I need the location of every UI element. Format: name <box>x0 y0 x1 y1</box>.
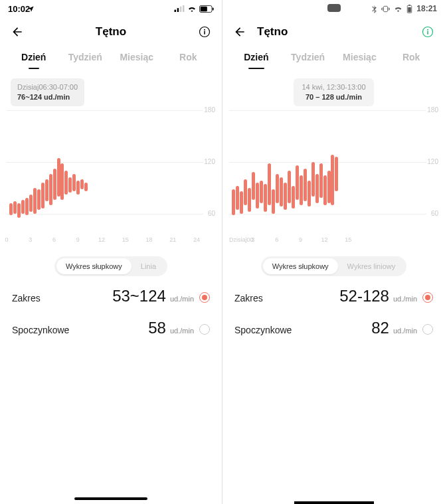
chart-bar <box>13 201 17 213</box>
stat-rest-row[interactable]: Spoczynkowe 58 ud./min <box>0 308 222 340</box>
chart-bar <box>60 163 64 200</box>
chart-bar <box>260 181 263 203</box>
stat-range-row[interactable]: Zakres 52-128 ud./min <box>222 276 445 308</box>
toggle-bar[interactable]: Wykres słupkowy <box>263 258 338 274</box>
stat-range-value: 52-128 <box>339 287 389 305</box>
svg-rect-9 <box>204 31 205 35</box>
status-bar: 10:02 <box>0 0 222 17</box>
chart-bar <box>240 191 243 214</box>
chart-bar <box>331 155 334 205</box>
chart-bar <box>41 183 44 209</box>
chart-bar <box>37 189 41 210</box>
tooltip-value: 76~124 ud./min <box>17 92 78 102</box>
heart-rate-chart[interactable]: 6012018003691215182124 <box>7 110 215 250</box>
chart-bar <box>323 175 327 205</box>
tab-week[interactable]: Tydzień <box>60 48 112 66</box>
svg-rect-5 <box>201 6 207 11</box>
stat-range-row[interactable]: Zakres 53~124 ud./min <box>0 276 222 308</box>
stat-range-value: 53~124 <box>112 287 166 305</box>
chart-bar <box>312 162 315 197</box>
tab-year[interactable]: Rok <box>385 48 437 66</box>
toggle-line[interactable]: Linia <box>132 258 165 274</box>
range-tabs: Dzień Tydzień Miesiąc Rok <box>0 42 222 66</box>
stat-range-unit: ud./min <box>393 295 417 303</box>
svg-point-15 <box>427 29 428 31</box>
tab-month[interactable]: Miesiąc <box>334 48 386 66</box>
bluetooth-icon <box>371 5 377 13</box>
toggle-bar[interactable]: Wykres słupkowy <box>56 258 132 274</box>
info-button[interactable] <box>197 24 213 40</box>
chart-bar <box>300 175 303 205</box>
chart-bar <box>33 188 37 214</box>
status-time: 10:02 <box>8 4 30 14</box>
location-icon <box>27 5 35 13</box>
heart-rate-chart[interactable]: 60120180Dzisiaj003691215 <box>229 110 438 250</box>
chart-type-toggle: Wykres słupkowy Linia <box>54 256 167 276</box>
chart-bar <box>72 174 76 191</box>
info-button[interactable] <box>420 24 436 40</box>
app-header: Tętno <box>222 17 445 42</box>
chart-bar <box>244 179 247 205</box>
tab-day[interactable]: Dzień <box>8 48 60 66</box>
stat-rest-unit: ud./min <box>393 327 417 335</box>
screen-ios: 10:02 Tętno <box>0 0 222 504</box>
stat-rest-unit: ud./min <box>170 327 194 335</box>
app-header: Tętno <box>0 17 222 42</box>
chart-bar <box>80 179 84 190</box>
stat-rest-row[interactable]: Spoczynkowe 82 ud./min <box>222 308 445 340</box>
radio-range[interactable] <box>422 292 433 303</box>
range-tabs: Dzień Tydzień Miesiąc Rok <box>222 42 445 66</box>
battery-icon <box>199 5 214 13</box>
tab-week[interactable]: Tydzień <box>282 48 334 66</box>
chart-tooltip: 14 kwi, 12:30-13:00 70 – 128 ud./min <box>294 78 373 106</box>
status-time: 18:21 <box>416 4 437 13</box>
radio-rest[interactable] <box>422 324 433 335</box>
chart-bar <box>315 174 319 203</box>
chart-bar <box>272 189 275 213</box>
chart-bar <box>288 171 291 203</box>
svg-rect-6 <box>213 7 214 10</box>
wifi-icon <box>394 5 402 12</box>
chart-bar <box>53 169 56 200</box>
back-button[interactable] <box>232 24 248 40</box>
chart-bar <box>17 203 21 218</box>
chart-bar <box>84 183 88 191</box>
back-button[interactable] <box>9 24 25 40</box>
chart-bar <box>268 163 271 205</box>
chart-bar <box>319 163 323 198</box>
stat-rest-value: 58 <box>148 319 166 337</box>
chart-bar <box>276 174 279 203</box>
page-title: Tętno <box>257 25 420 39</box>
chart-bar <box>45 179 48 202</box>
tooltip-time: 14 kwi, 12:30-13:00 <box>302 82 365 92</box>
vibrate-icon <box>381 5 390 13</box>
chart-bar <box>304 169 307 201</box>
chart-bar <box>327 171 331 203</box>
screen-android: 18:21 Tętno Dzień Tydzień Miesiąc Rok 14… <box>222 0 445 504</box>
svg-rect-10 <box>384 6 388 11</box>
chart-bar <box>335 157 338 191</box>
chart-bar <box>264 184 267 212</box>
page-title: Tętno <box>96 25 126 39</box>
tab-year[interactable]: Rok <box>163 48 215 66</box>
chart-bar <box>9 203 13 215</box>
tooltip-time: Dzisiaj06:30-07:00 <box>17 82 78 92</box>
chart-bar <box>296 165 299 200</box>
wifi-icon <box>187 5 197 12</box>
chart-bar <box>236 186 239 210</box>
chart-bar <box>29 195 33 212</box>
chart-bar <box>76 181 80 195</box>
radio-rest[interactable] <box>199 324 210 335</box>
chart-type-toggle: Wykres słupkowy Wykres liniowy <box>261 256 407 276</box>
toggle-line[interactable]: Wykres liniowy <box>338 258 405 274</box>
chart-bar <box>284 183 287 210</box>
chart-bar <box>308 181 311 207</box>
chart-bar <box>21 200 25 214</box>
chart-bar <box>232 189 235 215</box>
stat-range-unit: ud./min <box>170 295 194 303</box>
stat-rest-value: 82 <box>371 319 389 337</box>
tab-day[interactable]: Dzień <box>230 48 282 66</box>
tab-month[interactable]: Miesiąc <box>111 48 163 66</box>
radio-range[interactable] <box>199 292 210 303</box>
home-indicator <box>294 501 374 504</box>
